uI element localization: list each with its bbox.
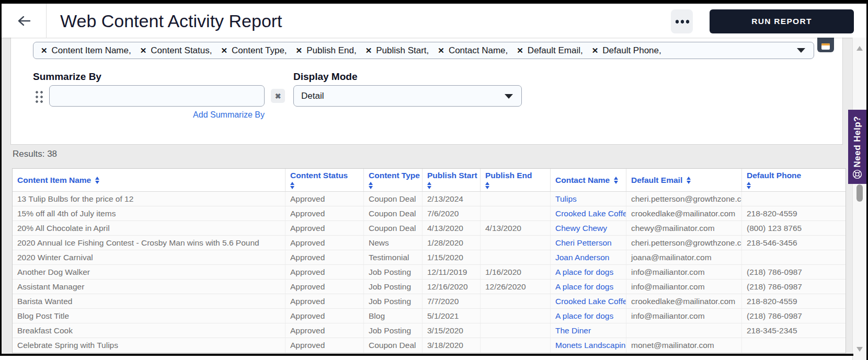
contact-link[interactable]: Joan Anderson — [551, 250, 626, 264]
cell: 13 Tulip Bulbs for the price of 12 — [13, 192, 285, 206]
cell — [481, 192, 551, 206]
filter-chip-label: Content Item Name, — [52, 45, 131, 56]
cell: 7/7/2020 — [422, 294, 481, 308]
summarize-by-input[interactable] — [49, 85, 265, 107]
remove-filter-icon[interactable]: ✕ — [592, 46, 599, 55]
cell — [742, 192, 846, 206]
contact-link[interactable]: Cheri Petterson — [551, 236, 626, 250]
sort-icon — [614, 177, 618, 184]
remove-filter-icon[interactable]: ✕ — [296, 46, 303, 55]
drag-handle-icon[interactable] — [35, 90, 44, 104]
remove-filter-icon[interactable]: ✕ — [517, 46, 523, 55]
cell — [481, 338, 551, 353]
run-report-button[interactable]: RUN REPORT — [710, 9, 854, 33]
need-help-label: Need Help? — [852, 116, 863, 168]
filter-chip: ✕Publish End, — [296, 45, 357, 56]
sort-icon — [290, 182, 294, 189]
cell: Job Posting — [364, 265, 422, 279]
scroll-up-arrow-icon[interactable] — [856, 46, 863, 51]
contact-link[interactable]: Crooked Lake Coffee — [551, 294, 626, 308]
results-count: Results: 38 — [13, 149, 57, 159]
column-header-default-phone[interactable]: Default Phone — [742, 169, 846, 191]
cell: (218) 786-0987 — [742, 280, 846, 294]
contact-link[interactable]: A place for dogs — [551, 309, 626, 323]
clear-summarize-button[interactable]: ✖ — [271, 89, 285, 103]
filter-chip-label: Content Status, — [151, 45, 212, 56]
filter-chip: ✕Content Status, — [140, 45, 212, 56]
results-table: Content Item NameContent StatusContent T… — [12, 168, 846, 353]
chevron-down-icon — [505, 94, 513, 99]
table-row: Blog Post TitleApprovedBlog5/1/2021A pla… — [13, 309, 846, 323]
table-row: 15% off all 4th of July itemsApprovedCou… — [13, 206, 846, 221]
chevron-down-icon[interactable] — [797, 48, 805, 53]
cell: Approved — [285, 265, 364, 279]
sort-icon — [687, 177, 691, 184]
add-summarize-by-link[interactable]: Add Summarize By — [49, 110, 265, 120]
remove-filter-icon[interactable]: ✕ — [366, 46, 372, 55]
scrollbar-thumb[interactable] — [856, 184, 863, 202]
cell: Coupon Deal — [364, 221, 422, 235]
remove-filter-icon[interactable]: ✕ — [41, 46, 48, 55]
cell: Approved — [285, 221, 364, 235]
cell: crookedlake@mailinator.com — [626, 206, 742, 220]
filter-chip-label: Publish End, — [306, 45, 356, 56]
cell: (218) 786-0987 — [742, 265, 846, 279]
vertical-scrollbar[interactable] — [852, 38, 866, 360]
cell: cheri.petterson@growthzone.com — [626, 192, 742, 206]
cell — [742, 250, 846, 264]
selected-fields-box[interactable]: ✕Content Item Name,✕Content Status,✕Cont… — [33, 42, 814, 59]
cell: joana@mailinator.com — [626, 250, 742, 264]
contact-link[interactable]: Monets Landscaping — [551, 338, 626, 353]
column-header-contact-name[interactable]: Contact Name — [551, 169, 626, 191]
sort-icon — [485, 182, 489, 189]
cell: cheri.petterson@growthzone.com — [626, 236, 742, 250]
remove-filter-icon[interactable]: ✕ — [140, 46, 147, 55]
contact-link[interactable]: A place for dogs — [551, 265, 626, 279]
back-button[interactable] — [2, 4, 47, 38]
column-header-default-email[interactable]: Default Email — [626, 169, 742, 191]
cell: 218-820-4559 — [742, 206, 846, 220]
cell: Approved — [285, 309, 364, 323]
cell: News — [364, 236, 422, 250]
filter-chip-label: Default Phone, — [602, 45, 661, 56]
contact-link[interactable]: Crooked Lake Coffee — [551, 206, 626, 220]
calendar-icon — [821, 43, 830, 50]
column-label: Content Status — [290, 171, 348, 180]
contact-link[interactable]: Chewy Chewy — [551, 221, 626, 235]
content-area: ✕Content Item Name,✕Content Status,✕Cont… — [2, 38, 866, 354]
cell: Approved — [285, 338, 364, 353]
more-options-button[interactable] — [671, 9, 693, 33]
life-buoy-icon — [852, 169, 863, 180]
filter-chip: ✕Content Item Name, — [41, 45, 131, 56]
column-label: Default Email — [631, 176, 682, 185]
column-label: Publish End — [485, 171, 532, 180]
scroll-down-arrow-icon[interactable] — [856, 347, 863, 352]
filter-chip-label: Contact Name, — [449, 45, 508, 56]
cell: 12/26/2020 — [481, 280, 551, 294]
contact-link[interactable]: The Diner — [551, 323, 626, 338]
column-header-publish-end[interactable]: Publish End — [481, 169, 551, 191]
window-border-bottom — [0, 354, 853, 356]
cell: 3/18/2020 — [422, 338, 481, 353]
contact-link[interactable]: Tulips — [551, 192, 626, 206]
cell: 218-820-4559 — [742, 294, 846, 308]
column-header-publish-start[interactable]: Publish Start — [422, 169, 481, 191]
need-help-tab[interactable]: Need Help? — [848, 110, 866, 184]
display-mode-select[interactable]: Detail — [293, 85, 522, 107]
contact-link[interactable]: A place for dogs — [551, 280, 626, 294]
table-header-row: Content Item NameContent StatusContent T… — [13, 169, 846, 192]
cell — [481, 250, 551, 264]
table-row: 13 Tulip Bulbs for the price of 12Approv… — [13, 192, 846, 206]
cell: info@mailiantor.com — [626, 280, 742, 294]
cell: 2020 Winter Carnival — [13, 250, 285, 264]
cell: 1/15/2020 — [422, 250, 481, 264]
calendar-button[interactable] — [817, 38, 834, 52]
remove-filter-icon[interactable]: ✕ — [438, 46, 444, 55]
sort-icon — [95, 177, 99, 184]
column-header-content-item-name[interactable]: Content Item Name — [13, 169, 285, 191]
column-header-content-status[interactable]: Content Status — [285, 169, 364, 191]
column-header-content-type[interactable]: Content Type — [364, 169, 422, 191]
clear-x-icon: ✖ — [275, 92, 281, 100]
remove-filter-icon[interactable]: ✕ — [221, 46, 227, 55]
column-label: Contact Name — [555, 176, 610, 185]
